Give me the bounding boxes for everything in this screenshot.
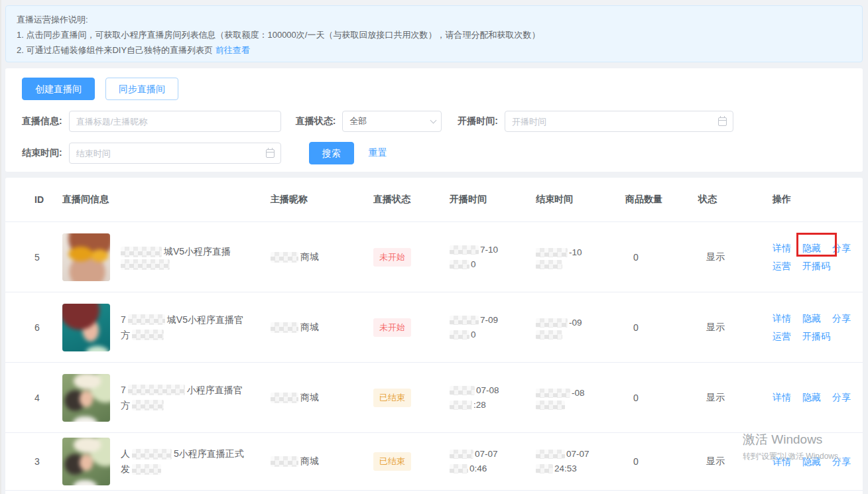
detail-link[interactable]: 详情 <box>773 239 791 257</box>
end-time-cell: -08 <box>536 386 625 410</box>
product-qty: 0 <box>625 456 698 467</box>
calendar-icon[interactable] <box>266 149 275 158</box>
actions-cell: 详情 隐藏 分享 运营 开播码 <box>765 239 863 275</box>
detail-link[interactable]: 详情 <box>773 310 791 328</box>
share-link[interactable]: 分享 <box>832 389 851 406</box>
header-product-qty: 商品数量 <box>625 194 698 206</box>
mosaic-blur <box>271 393 298 403</box>
mosaic-blur <box>536 318 568 328</box>
calendar-icon[interactable] <box>718 117 727 126</box>
mosaic-blur <box>132 330 164 340</box>
mosaic-blur <box>132 400 164 410</box>
header-anchor-nickname: 主播昵称 <box>271 194 373 206</box>
mosaic-blur <box>450 330 469 340</box>
mosaic-blur <box>450 316 479 325</box>
start-time-cell: 07-08 :28 <box>450 383 536 412</box>
end-time-field-wrap <box>69 143 281 164</box>
mosaic-blur <box>536 260 562 269</box>
table-row: 5 城V5小程序直播 商城 未开始 7-10 0 -10 0 显示 详情 隐藏 <box>5 221 863 292</box>
live-status-selected-value: 全部 <box>343 115 373 127</box>
operate-link[interactable]: 运营 <box>773 257 791 275</box>
start-time-input[interactable] <box>505 111 733 131</box>
mosaic-blur <box>536 401 565 410</box>
mosaic-blur <box>450 386 475 395</box>
mosaic-blur <box>128 385 185 395</box>
mosaic-blur <box>121 247 162 257</box>
operate-link[interactable]: 运营 <box>773 328 791 345</box>
hide-link[interactable]: 隐藏 <box>802 389 821 406</box>
mosaic-blur <box>132 449 172 460</box>
mosaic-blur <box>271 322 298 333</box>
reset-button[interactable]: 重置 <box>369 147 387 159</box>
live-info-label: 直播信息: <box>22 115 62 127</box>
live-room-thumbnail <box>62 438 110 485</box>
table-row: 6 7城V5小程序直播官 方 商城 未开始 7-09 0 -09 0 显示 详情 <box>5 292 863 362</box>
share-link[interactable]: 分享 <box>832 453 851 471</box>
room-info-cell: 7小程序直播官 方 <box>62 374 271 422</box>
live-info-field-wrap <box>69 111 281 132</box>
share-link[interactable]: 分享 <box>832 310 851 328</box>
start-time-cell: 7-09 0 <box>450 313 536 342</box>
notice-title: 直播运营操作说明: <box>17 12 851 27</box>
header-state: 状态 <box>698 194 765 206</box>
filter-panel: 创建直播间 同步直播间 直播信息: 直播状态: 全部 开播时间: 结束时间: 搜… <box>5 68 863 172</box>
start-time-cell: 7-10 0 <box>450 243 536 272</box>
actions-cell: 详情 隐藏 分享 <box>765 389 863 406</box>
live-info-input[interactable] <box>70 111 280 131</box>
end-time-input[interactable] <box>70 143 280 163</box>
hide-link[interactable]: 隐藏 <box>802 453 821 471</box>
status-badge: 未开始 <box>373 248 411 267</box>
detail-link[interactable]: 详情 <box>773 453 791 471</box>
mosaic-blur <box>450 464 468 473</box>
share-link[interactable]: 分享 <box>832 239 851 257</box>
hide-link[interactable]: 隐藏 <box>802 310 821 328</box>
room-title: 城V5小程序直播 <box>121 244 231 270</box>
state-value: 显示 <box>698 322 765 334</box>
live-room-thumbnail <box>62 304 110 351</box>
header-start-time: 开播时间 <box>450 194 536 206</box>
create-live-room-button[interactable]: 创建直播间 <box>22 78 95 100</box>
status-badge: 已结束 <box>373 389 411 407</box>
mosaic-blur <box>536 464 553 473</box>
toolbar: 创建直播间 同步直播间 <box>22 78 846 100</box>
sync-live-room-button[interactable]: 同步直播间 <box>105 78 178 100</box>
mosaic-blur <box>271 456 298 467</box>
live-room-table: ID 直播间信息 主播昵称 直播状态 开播时间 结束时间 商品数量 状态 操作 … <box>5 178 863 494</box>
search-button[interactable]: 搜索 <box>309 142 354 164</box>
state-value: 显示 <box>698 392 765 404</box>
start-time-cell: 07-07 0:46 <box>450 447 536 476</box>
detail-link[interactable]: 详情 <box>773 389 791 406</box>
filter-row-1: 直播信息: 直播状态: 全部 开播时间: <box>22 111 846 132</box>
live-status-select[interactable]: 全部 <box>342 111 442 132</box>
end-time-cell: 07-07 24:53 <box>536 447 625 476</box>
start-time-label: 开播时间: <box>458 115 498 127</box>
mosaic-blur <box>536 389 570 398</box>
go-view-link[interactable]: 前往查看 <box>216 45 250 55</box>
anchor-nickname: 商城 <box>271 392 373 404</box>
mosaic-blur <box>128 314 165 325</box>
room-title: 7城V5小程序直播官 方 <box>121 312 243 343</box>
notice-line-2-text: 2. 可通过店铺装修组件来DIY自己独特的直播列表页 <box>17 45 213 55</box>
live-status-cell: 已结束 <box>373 452 450 471</box>
chevron-down-icon <box>430 117 437 123</box>
mosaic-blur <box>271 252 298 263</box>
actions-cell: 详情 隐藏 分享 <box>765 453 863 471</box>
live-status-cell: 已结束 <box>373 389 450 407</box>
table-row: 4 7小程序直播官 方 商城 已结束 07-08 :28 -08 0 显示 详情 <box>5 362 863 432</box>
anchor-nickname: 商城 <box>271 251 373 263</box>
end-time-cell: -09 <box>536 316 625 340</box>
row-id: 5 <box>25 252 62 263</box>
product-qty: 0 <box>625 393 698 403</box>
mosaic-blur <box>450 450 473 459</box>
room-title: 人5小程序直播正式 发 <box>121 446 244 477</box>
row-id: 3 <box>25 456 62 467</box>
notice-line-1: 1. 点击同步直播间，可获取小程序直播房间列表信息（获取额度：100000次/一… <box>17 27 851 42</box>
header-end-time: 结束时间 <box>536 194 625 206</box>
product-qty: 0 <box>625 252 698 263</box>
hide-link[interactable]: 隐藏 <box>802 243 821 253</box>
live-status-label: 直播状态: <box>296 115 336 127</box>
mosaic-blur <box>536 330 562 340</box>
stream-code-link[interactable]: 开播码 <box>802 257 830 275</box>
product-qty: 0 <box>625 322 698 333</box>
stream-code-link[interactable]: 开播码 <box>802 328 830 345</box>
